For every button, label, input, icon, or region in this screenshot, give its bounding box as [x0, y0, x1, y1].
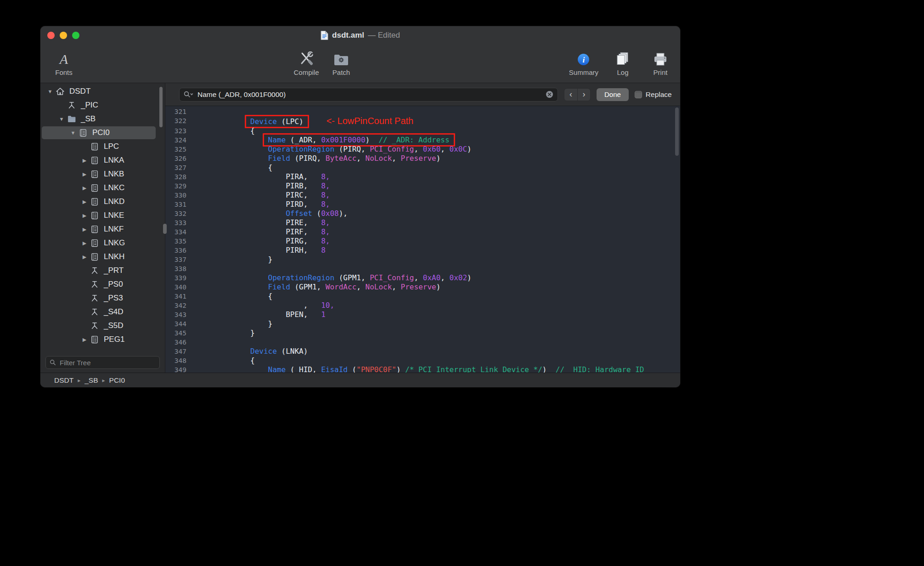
code-line-342[interactable]: 342 , 10, [165, 301, 680, 310]
disclosure-closed-icon[interactable]: ▶ [79, 185, 90, 191]
tree-item-lnkb[interactable]: ▶LNKB [40, 167, 165, 181]
filter-tree-input[interactable] [59, 358, 156, 367]
tree-item-label: PCI0 [92, 128, 110, 137]
code-line-334[interactable]: 334 PIRF, 8, [165, 227, 680, 237]
disclosure-open-icon[interactable]: ▼ [68, 130, 78, 136]
filter-tree-field[interactable] [45, 356, 160, 369]
tree-item-_ps3[interactable]: _PS3 [40, 291, 165, 305]
disclosure-closed-icon[interactable]: ▶ [79, 213, 90, 219]
summary-button[interactable]: i Summary [569, 49, 598, 76]
compile-label: Compile [293, 68, 319, 76]
tree-item-lnkd[interactable]: ▶LNKD [40, 195, 165, 209]
code-line-346[interactable]: 346 [165, 338, 680, 347]
search-field[interactable] [179, 88, 558, 102]
find-next-button[interactable]: › [577, 89, 590, 101]
code-line-324[interactable]: 324 Name (_ADR, 0x001F0000) // _ADR: Add… [165, 136, 680, 145]
code-line-326[interactable]: 326 Field (PIRQ, ByteAcc, NoLock, Preser… [165, 154, 680, 163]
code-line-344[interactable]: 344 } [165, 319, 680, 328]
tree-item-dsdt[interactable]: ▼DSDT [40, 85, 165, 98]
breadcrumb-item-sb[interactable]: _SB [85, 376, 98, 385]
log-button[interactable]: Log [609, 49, 636, 76]
code-line-325[interactable]: 325 OperationRegion (PIRQ, PCI_Config, 0… [165, 145, 680, 154]
code-line-341[interactable]: 341 { [165, 292, 680, 301]
close-button[interactable] [47, 32, 55, 39]
line-number: 343 [165, 310, 191, 319]
tree-item-lnkg[interactable]: ▶LNKG [40, 236, 165, 250]
code-line-337[interactable]: 337 } [165, 255, 680, 264]
titlebar[interactable]: dsdt.aml — Edited [40, 26, 680, 45]
tree-item-_s4d[interactable]: _S4D [40, 305, 165, 319]
zoom-button[interactable] [72, 32, 79, 39]
fonts-button[interactable]: A Fonts [51, 49, 77, 76]
breadcrumb-item-pci0[interactable]: PCI0 [109, 376, 125, 385]
disclosure-closed-icon[interactable]: ▶ [79, 240, 90, 246]
code-line-332[interactable]: 332 Offset (0x08), [165, 209, 680, 218]
tree-item-_pic[interactable]: _PIC [40, 98, 165, 112]
tree-item-lnkh[interactable]: ▶LNKH [40, 250, 165, 264]
code-line-329[interactable]: 329 PIRB, 8, [165, 181, 680, 191]
code-token: , [215, 301, 321, 310]
replace-checkbox[interactable] [635, 91, 642, 98]
tree-item-_sb[interactable]: ▼_SB [40, 112, 165, 126]
tree-item-lpc[interactable]: LPC [40, 140, 165, 153]
code-line-347[interactable]: 347 Device (LNKA) [165, 347, 680, 356]
splitter-handle[interactable] [163, 224, 167, 234]
code-line-340[interactable]: 340 Field (GPM1, WordAcc, NoLock, Preser… [165, 283, 680, 292]
line-number: 328 [165, 172, 191, 181]
code-line-322[interactable]: 322 Device (LPC)<- LowPinCount Path [165, 116, 680, 126]
tree-item-_ps0[interactable]: _PS0 [40, 277, 165, 291]
code-token: 8, [321, 200, 330, 209]
code-token: // _HID: Hardware ID [556, 365, 644, 373]
tree-item-lnkf[interactable]: ▶LNKF [40, 222, 165, 236]
code-line-327[interactable]: 327 { [165, 163, 680, 172]
disclosure-open-icon[interactable]: ▼ [45, 89, 55, 94]
line-number: 337 [165, 255, 191, 264]
disclosure-closed-icon[interactable]: ▶ [79, 171, 90, 177]
code-line-339[interactable]: 339 OperationRegion (GPM1, PCI_Config, 0… [165, 273, 680, 283]
code-line-text: PIRB, 8, [191, 181, 330, 191]
search-input[interactable] [197, 90, 542, 99]
compile-button[interactable]: Compile [293, 49, 320, 76]
find-previous-button[interactable]: ‹ [564, 89, 577, 101]
code-line-345[interactable]: 345 } [165, 328, 680, 338]
tree-item-_prt[interactable]: _PRT [40, 264, 165, 277]
disclosure-closed-icon[interactable]: ▶ [79, 254, 90, 260]
code-line-338[interactable]: 338 [165, 264, 680, 273]
code-line-336[interactable]: 336 PIRH, 8 [165, 246, 680, 255]
tree-item-lnke[interactable]: ▶LNKE [40, 209, 165, 222]
done-button[interactable]: Done [597, 88, 629, 101]
tree-item-lnka[interactable]: ▶LNKA [40, 153, 165, 167]
replace-toggle[interactable]: Replace [635, 91, 672, 99]
tree-item-pci0[interactable]: ▼PCI0 [40, 126, 165, 140]
disclosure-open-icon[interactable]: ▼ [56, 116, 67, 122]
code-line-328[interactable]: 328 PIRA, 8, [165, 172, 680, 181]
disclosure-closed-icon[interactable]: ▶ [79, 158, 90, 164]
line-number: 334 [165, 227, 191, 237]
tree-item-lnkc[interactable]: ▶LNKC [40, 181, 165, 195]
code-line-348[interactable]: 348 { [165, 356, 680, 365]
tree-item-peg1[interactable]: ▶PEG1 [40, 333, 165, 346]
code-token: } [215, 319, 272, 328]
code-line-331[interactable]: 331 PIRD, 8, [165, 200, 680, 209]
code-line-335[interactable]: 335 PIRG, 8, [165, 237, 680, 246]
clear-search-icon[interactable] [546, 91, 553, 98]
patch-button[interactable]: Patch [328, 49, 355, 76]
disclosure-closed-icon[interactable]: ▶ [79, 226, 90, 232]
code-line-349[interactable]: 349 Name (_HID, EisaId ("PNP0C0F") /* PC… [165, 365, 680, 373]
disclosure-closed-icon[interactable]: ▶ [79, 337, 90, 343]
code-line-333[interactable]: 333 PIRE, 8, [165, 218, 680, 227]
print-button[interactable]: Print [647, 49, 674, 76]
code-line-343[interactable]: 343 BPEN, 1 [165, 310, 680, 319]
sidebar-scrollbar[interactable] [159, 87, 163, 127]
code-token: Offset [286, 209, 312, 218]
code-line-330[interactable]: 330 PIRC, 8, [165, 191, 680, 200]
code-editor[interactable]: 321322 Device (LPC)<- LowPinCount Path32… [165, 106, 680, 373]
minimize-button[interactable] [60, 32, 67, 39]
tree-item-_s5d[interactable]: _S5D [40, 319, 165, 333]
disclosure-closed-icon[interactable]: ▶ [79, 199, 90, 205]
code-line-321[interactable]: 321 [165, 107, 680, 116]
code-token: PCI_Config [370, 145, 414, 153]
breadcrumb-item-dsdt[interactable]: DSDT [54, 376, 73, 385]
search-menu-icon[interactable] [184, 91, 193, 98]
editor-scrollbar[interactable] [675, 108, 679, 156]
